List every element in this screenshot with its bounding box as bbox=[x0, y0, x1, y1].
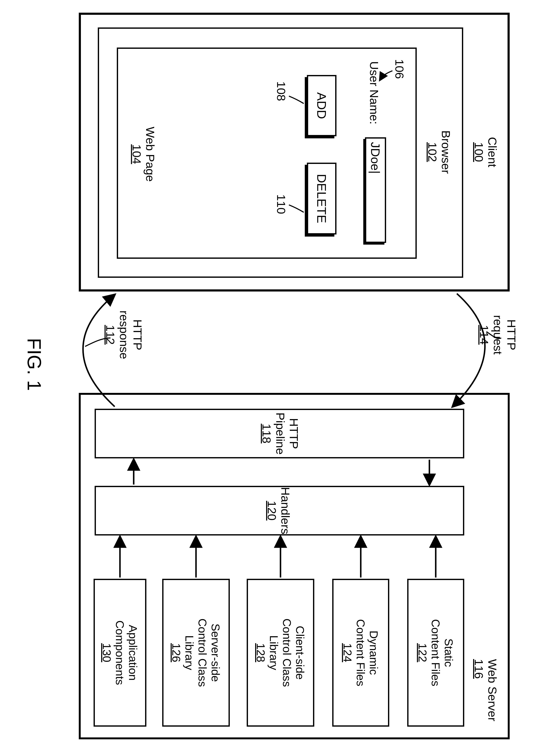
figure-caption: FIG. 1 bbox=[23, 338, 45, 391]
server-title-text: Web Server bbox=[486, 659, 499, 721]
http-request-text: HTTP request bbox=[491, 315, 518, 355]
comp-static: Static Content Files 122 bbox=[407, 579, 464, 727]
add-button-label: ADD bbox=[315, 92, 329, 119]
webpage-title-text: Web Page bbox=[144, 127, 157, 182]
comp-client-lib: Client-side Control Class Library 128 bbox=[247, 579, 314, 727]
client-id: 100 bbox=[472, 142, 485, 162]
client-title: Client 100 bbox=[472, 118, 499, 186]
username-input[interactable]: JDoe| bbox=[365, 137, 386, 243]
webpage-id: 104 bbox=[130, 144, 143, 164]
handlers-text: Handlers bbox=[279, 487, 292, 534]
add-button[interactable]: ADD bbox=[307, 75, 336, 136]
comp-app: Application Components 130 bbox=[94, 579, 146, 727]
browser-id: 102 bbox=[425, 142, 439, 162]
ref-106: 106 bbox=[393, 59, 406, 79]
ref-108: 108 bbox=[274, 81, 288, 101]
browser-title-text: Browser bbox=[439, 130, 453, 174]
handlers-id: 120 bbox=[265, 501, 278, 520]
browser-title: Browser 102 bbox=[425, 118, 453, 186]
http-request-label: HTTP request 114 bbox=[477, 301, 518, 369]
http-request-id: 114 bbox=[477, 325, 491, 345]
pipeline-label: HTTP Pipeline 118 bbox=[260, 409, 300, 458]
handlers-label: Handlers 120 bbox=[265, 486, 292, 536]
delete-button-label: DELETE bbox=[315, 174, 329, 223]
server-title: Web Server 116 bbox=[472, 659, 499, 731]
client-title-text: Client bbox=[486, 137, 499, 167]
http-response-label: HTTP response 112 bbox=[103, 301, 144, 369]
delete-button[interactable]: DELETE bbox=[307, 163, 336, 235]
ref-110: 110 bbox=[274, 194, 288, 214]
comp-server-lib: Server-side Control Class Library 126 bbox=[162, 579, 230, 727]
pipeline-id: 118 bbox=[260, 424, 273, 443]
webpage-title: Web Page 104 bbox=[130, 118, 157, 190]
comp-dynamic: Dynamic Content Files 124 bbox=[332, 579, 389, 727]
pipeline-text: HTTP Pipeline bbox=[274, 412, 300, 455]
username-label: User Name: bbox=[367, 61, 381, 133]
server-id: 116 bbox=[472, 659, 485, 679]
username-value: JDoe| bbox=[369, 142, 383, 174]
http-response-id: 112 bbox=[103, 325, 117, 345]
http-response-text: HTTP response bbox=[117, 311, 144, 359]
